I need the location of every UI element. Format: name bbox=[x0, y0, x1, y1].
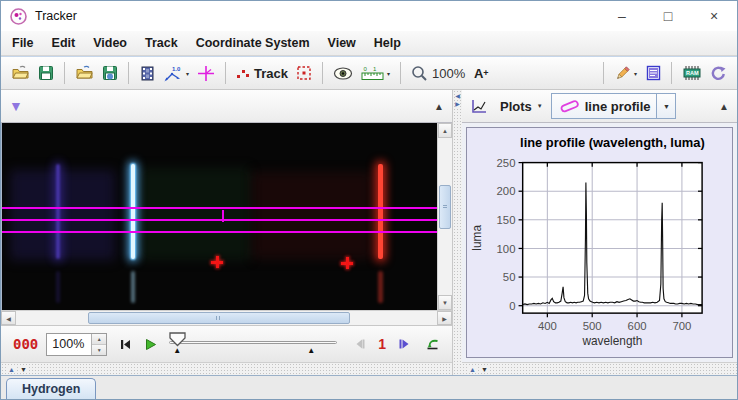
open-library-folder-icon bbox=[75, 65, 94, 81]
rate-up-button[interactable]: ▲ bbox=[92, 334, 106, 345]
frame-slider[interactable]: ▲ ▲ bbox=[163, 326, 343, 362]
plots-menu-button[interactable]: Plots ▼ bbox=[494, 99, 543, 114]
svg-text:700: 700 bbox=[672, 320, 691, 332]
view-selector[interactable]: line profile bbox=[551, 93, 658, 119]
maximize-plot-button[interactable]: ▲ bbox=[719, 101, 729, 112]
divider-left-icon[interactable]: ◀ bbox=[455, 93, 460, 99]
plot-toolbar: Plots ▼ line profile ▼ ▲ bbox=[462, 90, 737, 123]
splitter-up-icon[interactable]: ▲ bbox=[468, 366, 477, 373]
splitter-up-icon[interactable]: ▲ bbox=[7, 366, 16, 373]
tracker-window: Tracker – □ × File Edit Video Track Coor… bbox=[0, 0, 738, 400]
line-profile-icon bbox=[558, 99, 580, 113]
vertical-scroll-track[interactable] bbox=[438, 138, 452, 295]
track-button-label: Track bbox=[254, 66, 288, 81]
ruler-icon: 0 1 bbox=[361, 65, 384, 81]
menu-video[interactable]: Video bbox=[84, 33, 136, 53]
line-profile-plot[interactable]: 400500600700050100150200250line profile … bbox=[466, 127, 733, 358]
menu-track[interactable]: Track bbox=[136, 33, 187, 53]
video-player-bar: 000 100% ▲ ▼ bbox=[1, 325, 452, 362]
reflection-violet bbox=[56, 271, 60, 303]
maximize-button[interactable]: □ bbox=[645, 1, 691, 31]
save-zip-button[interactable] bbox=[98, 60, 122, 86]
close-button[interactable]: × bbox=[691, 1, 737, 31]
open-library-button[interactable] bbox=[71, 60, 98, 86]
scroll-up-button[interactable]: ▲ bbox=[438, 123, 452, 138]
step-forward-button[interactable] bbox=[398, 338, 411, 350]
pane-divider[interactable]: ◀ ▶ bbox=[453, 90, 462, 375]
autotracker-button[interactable] bbox=[292, 60, 316, 86]
spectrum-red-haze bbox=[252, 172, 372, 260]
line-profile-upper-edge[interactable] bbox=[2, 207, 437, 209]
minimize-button[interactable]: – bbox=[599, 1, 645, 31]
menu-coordinate-system[interactable]: Coordinate System bbox=[187, 33, 319, 53]
divider-right-icon[interactable]: ▶ bbox=[455, 101, 460, 107]
video-pane-splitter[interactable]: ▲ ▼ bbox=[1, 362, 452, 375]
axes-button[interactable] bbox=[193, 60, 219, 86]
toolbar-separator bbox=[128, 62, 129, 84]
chevron-down-icon: ▼ bbox=[663, 103, 670, 110]
play-rate-spinner[interactable]: 100% ▲ ▼ bbox=[46, 333, 107, 356]
plot-pane-splitter[interactable]: ▲ ▼ bbox=[462, 362, 737, 375]
menu-file[interactable]: File bbox=[3, 33, 43, 53]
notes-button[interactable] bbox=[641, 60, 665, 86]
zoom-button[interactable]: 100% bbox=[407, 60, 469, 86]
clip-in-marker[interactable]: ▲ bbox=[173, 347, 181, 355]
scroll-right-button[interactable]: ▶ bbox=[437, 311, 452, 325]
menu-view[interactable]: View bbox=[319, 33, 365, 53]
font-size-button[interactable]: A+ bbox=[469, 60, 493, 86]
scroll-down-button[interactable]: ▼ bbox=[438, 295, 452, 310]
svg-text:200: 200 bbox=[497, 185, 516, 197]
play-button[interactable] bbox=[144, 338, 157, 351]
svg-text:600: 600 bbox=[628, 320, 647, 332]
horizontal-scroll-track[interactable] bbox=[16, 311, 437, 325]
svg-text:100: 100 bbox=[497, 243, 516, 255]
create-track-button[interactable]: Track bbox=[232, 60, 292, 86]
line-profile-lower-edge[interactable] bbox=[2, 231, 437, 233]
autotracker-icon bbox=[296, 65, 312, 81]
menu-help[interactable]: Help bbox=[365, 33, 410, 53]
calibration-point-marker-1[interactable] bbox=[211, 256, 223, 268]
rate-down-button[interactable]: ▼ bbox=[92, 345, 106, 355]
main-view-triangle-icon[interactable]: ▼ bbox=[9, 99, 23, 113]
splitter-down-icon[interactable]: ▼ bbox=[19, 366, 28, 373]
clip-settings-button[interactable] bbox=[135, 60, 159, 86]
video-vertical-scrollbar[interactable]: ▲ ▼ bbox=[437, 123, 452, 310]
spectrum-green-haze bbox=[140, 168, 250, 260]
step-back-button[interactable] bbox=[353, 338, 366, 350]
calibration-point-marker-2[interactable] bbox=[341, 257, 353, 269]
open-file-button[interactable] bbox=[7, 60, 34, 86]
memory-button[interactable]: RAM bbox=[678, 60, 706, 86]
slider-track[interactable] bbox=[169, 341, 337, 344]
video-horizontal-scrollbar[interactable]: ◀ ▶ bbox=[1, 310, 452, 325]
measuring-tools-button[interactable]: 0 1 ▾ bbox=[357, 60, 394, 86]
view-selector-dropdown-button[interactable]: ▼ bbox=[657, 93, 676, 119]
save-file-button[interactable] bbox=[34, 60, 58, 86]
refresh-button[interactable] bbox=[706, 60, 731, 86]
horizontal-scroll-thumb[interactable] bbox=[88, 312, 350, 324]
tab-hydrogen[interactable]: Hydrogen bbox=[6, 378, 96, 399]
drawings-button[interactable]: ▾ bbox=[610, 60, 641, 86]
maximize-view-button[interactable]: ▲ bbox=[434, 101, 444, 112]
clip-out-marker[interactable]: ▲ bbox=[307, 347, 315, 355]
vertical-scroll-thumb[interactable] bbox=[439, 185, 451, 229]
video-canvas[interactable] bbox=[1, 123, 437, 310]
splitter-down-icon[interactable]: ▼ bbox=[480, 366, 489, 373]
loop-button[interactable] bbox=[425, 338, 440, 351]
reset-button[interactable] bbox=[119, 338, 132, 351]
slider-thumb[interactable] bbox=[169, 332, 186, 347]
track-visibility-button[interactable] bbox=[329, 60, 357, 86]
play-rate-value[interactable]: 100% bbox=[47, 334, 91, 355]
menu-edit[interactable]: Edit bbox=[43, 33, 85, 53]
plot-svg: 400500600700050100150200250line profile … bbox=[467, 128, 732, 357]
line-profile-axis[interactable] bbox=[2, 219, 437, 221]
svg-text:1: 1 bbox=[373, 66, 377, 72]
line-profile-center-handle[interactable] bbox=[222, 210, 224, 222]
video-view-toolbar: ▼ ▲ bbox=[1, 90, 452, 123]
calibration-tools-button[interactable]: 1.0 ▾ bbox=[159, 60, 193, 86]
main-area: ▼ ▲ bbox=[1, 90, 737, 375]
open-folder-icon bbox=[11, 65, 30, 81]
spectral-line-cyan bbox=[131, 164, 135, 259]
step-size-value[interactable]: 1 bbox=[378, 336, 386, 352]
svg-text:50: 50 bbox=[503, 271, 516, 283]
scroll-left-button[interactable]: ◀ bbox=[1, 311, 16, 325]
